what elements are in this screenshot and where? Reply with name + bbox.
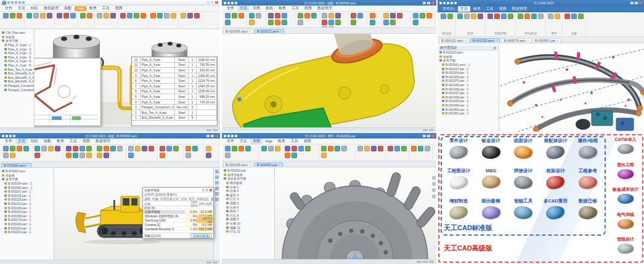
window-controls[interactable]: [206, 135, 218, 137]
tool-icon[interactable]: [457, 14, 463, 19]
dialog-tabs[interactable]: 进程 性能 应用历史记录 启动 用户 详细信息 服务: [143, 197, 213, 201]
tool-icon[interactable]: [335, 20, 341, 25]
tool-icon[interactable]: [40, 13, 46, 18]
tool-icon[interactable]: [104, 13, 109, 18]
tool-icon[interactable]: [128, 153, 134, 158]
menu-tab-8[interactable]: 数据管理: [315, 6, 335, 12]
dialog-menu[interactable]: 文件(F) 选项(O) 查看(V): [143, 193, 213, 197]
tool-icon[interactable]: [142, 146, 147, 151]
menu-tab-1[interactable]: 文件: [2, 6, 15, 12]
tool-icon[interactable]: [322, 20, 327, 25]
tree-item[interactable]: 拉伸 10: [222, 222, 274, 226]
model-canvas[interactable]: [275, 167, 436, 259]
tree-item[interactable]: B-000190.par : 1: [1, 226, 53, 230]
tool-icon[interactable]: [80, 13, 86, 18]
menu-tab-7[interactable]: 检查: [87, 6, 99, 12]
menu-tab-3[interactable]: 特征: [28, 6, 41, 12]
tool-icon[interactable]: [341, 146, 347, 151]
tool-icon[interactable]: [555, 14, 560, 19]
tool-icon[interactable]: [275, 13, 280, 18]
quick-access-toolbar[interactable]: [7, 1, 25, 4]
tool-icon[interactable]: [73, 146, 78, 151]
tree-item[interactable]: Pipe_A_4.par : 4: [1, 55, 33, 60]
tool-icon[interactable]: [225, 13, 230, 18]
tool-icon[interactable]: [311, 13, 317, 18]
tool-icon[interactable]: [364, 146, 370, 151]
table-row[interactable]: 11Pipe_A_4.parSteel1740.95 mm: [132, 63, 217, 68]
menu-tab-6[interactable]: PMI: [75, 6, 86, 11]
tool-icon[interactable]: [268, 146, 274, 151]
tool-icon[interactable]: [160, 146, 165, 151]
tree-item[interactable]: B-000361.asm : 1: [438, 63, 498, 67]
menu-tab-1[interactable]: 文件: [224, 138, 237, 145]
tool-icon[interactable]: [79, 153, 85, 158]
tab-performance[interactable]: 性能: [152, 197, 158, 201]
document-tab[interactable]: B-000051.par×: [255, 162, 283, 167]
close-tab-icon[interactable]: ×: [465, 39, 467, 42]
tool-icon[interactable]: [397, 13, 402, 18]
tool-icon[interactable]: [141, 13, 146, 18]
table-row[interactable]: 6Pipe_A_4.parSteel11239.49 mm: [132, 89, 217, 95]
tool-icon[interactable]: [120, 13, 126, 18]
menu-tab-5[interactable]: 检查: [54, 138, 67, 145]
tree-item[interactable]: B-000204.par : 1: [1, 230, 53, 234]
tool-icon[interactable]: [55, 146, 60, 151]
tree-item[interactable]: B-001438.par : 1: [438, 95, 498, 100]
tree-item[interactable]: Butt_Elbow90_4_A.par : 1: [1, 71, 33, 76]
hose-3d-scene[interactable]: [499, 44, 644, 132]
close-tab-icon[interactable]: ×: [495, 39, 497, 42]
tool-icon[interactable]: [298, 20, 303, 25]
tree-item[interactable]: 拉伸 1: [222, 185, 274, 189]
tool-icon[interactable]: [194, 13, 200, 18]
tool-icon[interactable]: [73, 153, 78, 158]
tab-processes[interactable]: 进程: [144, 197, 150, 201]
quick-access-toolbar[interactable]: [224, 135, 237, 137]
tool-icon[interactable]: [394, 146, 400, 151]
tool-icon[interactable]: [328, 146, 333, 151]
tree-item[interactable]: B-000168.par : 1: [1, 214, 53, 218]
details-toggle[interactable]: 简略信息(D): [144, 234, 161, 238]
tree-item[interactable]: 坐标系: [1, 174, 53, 178]
model-canvas[interactable]: [499, 44, 644, 132]
document-tab[interactable]: B-000051.par×: [532, 38, 561, 42]
tree-item[interactable]: 旋转 3: [222, 193, 274, 198]
tool-icon[interactable]: [79, 146, 85, 151]
menu-tab-3[interactable]: 草图: [250, 6, 263, 12]
tool-icon[interactable]: [494, 14, 500, 19]
tree-item[interactable]: 打孔 4: [222, 197, 274, 201]
tool-icon[interactable]: [478, 14, 483, 19]
tool-icon[interactable]: [531, 14, 537, 19]
menu-tab-5[interactable]: 视图: [497, 6, 509, 12]
menu-tab-8[interactable]: 数据管理: [93, 138, 113, 145]
menu-tab-6[interactable]: 工具: [288, 138, 301, 145]
menu-tab-5[interactable]: 检查: [276, 6, 288, 12]
tool-icon[interactable]: [33, 13, 39, 18]
menu-tab-3[interactable]: 检查: [471, 6, 483, 12]
tool-icon[interactable]: [390, 13, 396, 18]
tree-item[interactable]: B-000065.asm : 1: [1, 185, 53, 190]
tree-item[interactable]: 倒圆 5: [222, 201, 274, 206]
tool-icon[interactable]: [378, 146, 383, 151]
tree-item[interactable]: B-970000.asm: [1, 169, 53, 174]
tool-icon[interactable]: [166, 146, 172, 151]
tool-icon[interactable]: [487, 14, 493, 19]
window-controls[interactable]: [423, 2, 434, 4]
tool-icon[interactable]: [285, 153, 290, 158]
zoom-slider[interactable]: [213, 262, 218, 263]
flywheel-3d-scene[interactable]: [275, 167, 436, 259]
tree-item[interactable]: B-001376.par : 1: [438, 79, 498, 83]
close-tab-icon[interactable]: ×: [249, 30, 251, 33]
table-row[interactable]: 2Butt_Tee_4_A.parSteel1: [132, 110, 217, 116]
tool-icon[interactable]: [97, 153, 102, 158]
tool-icon[interactable]: [10, 153, 15, 158]
tool-icon[interactable]: [127, 13, 132, 18]
tool-icon[interactable]: [41, 146, 47, 151]
menu-tab-1[interactable]: 文件(F): [440, 6, 457, 12]
tool-icon[interactable]: [390, 20, 396, 25]
tree-item[interactable]: 参考平面: [438, 58, 498, 63]
tree-item[interactable]: 阵列 7: [222, 209, 274, 214]
tree-item[interactable]: 打孔 8: [222, 214, 274, 218]
tool-icon[interactable]: [357, 13, 363, 18]
quick-access-toolbar[interactable]: [224, 2, 237, 4]
tool-icon[interactable]: [282, 20, 287, 25]
